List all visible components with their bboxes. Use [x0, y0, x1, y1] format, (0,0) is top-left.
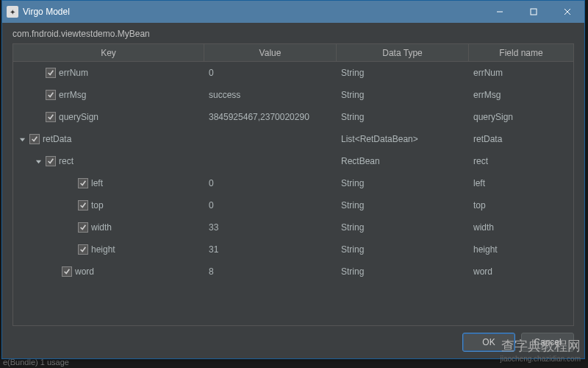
key-cell: errMsg — [13, 84, 204, 106]
field-cell[interactable]: left — [469, 178, 573, 188]
table-row[interactable]: retDataList<RetDataBean>retData — [13, 128, 573, 150]
dialog-footer: OK Cancel — [2, 326, 584, 358]
col-key[interactable]: Key — [13, 44, 204, 61]
field-cell[interactable]: rect — [469, 156, 573, 166]
field-cell[interactable]: width — [469, 222, 573, 233]
check-icon — [47, 91, 54, 99]
row-checkbox[interactable] — [78, 222, 88, 233]
col-value[interactable]: Value — [204, 44, 337, 61]
app-icon: ✦ — [7, 6, 18, 18]
row-checkbox[interactable] — [29, 134, 40, 144]
key-cell: rect — [13, 150, 204, 172]
titlebar[interactable]: ✦ Virgo Model — [2, 1, 584, 23]
indent-spacer — [18, 95, 31, 96]
expander-placeholder — [66, 227, 75, 228]
value-cell[interactable]: 8 — [204, 266, 337, 277]
table-header: Key Value Data Type Field name — [13, 44, 573, 62]
type-cell: String — [337, 200, 469, 210]
key-label: height — [91, 244, 115, 255]
svg-rect-0 — [531, 9, 537, 15]
field-cell[interactable]: top — [469, 200, 573, 210]
key-label: retData — [43, 134, 71, 144]
indent-spacer — [18, 183, 31, 184]
table-row[interactable]: width33Stringwidth — [13, 216, 573, 238]
value-cell[interactable]: 0 — [204, 68, 337, 78]
row-checkbox[interactable] — [78, 178, 88, 188]
field-cell[interactable]: errNum — [469, 68, 573, 78]
indent-spacer — [18, 272, 31, 272]
key-cell: querySign — [13, 106, 204, 128]
table-row[interactable]: top0Stringtop — [13, 194, 573, 216]
close-icon — [564, 8, 571, 15]
key-cell: errNum — [13, 62, 204, 84]
table-row[interactable]: height31Stringheight — [13, 238, 573, 261]
row-checkbox[interactable] — [46, 156, 56, 166]
row-checkbox[interactable] — [46, 112, 56, 122]
key-label: errMsg — [59, 90, 86, 100]
close-button[interactable] — [551, 1, 584, 23]
check-icon — [79, 180, 87, 187]
table-row[interactable]: rectRectBeanrect — [13, 150, 573, 172]
type-cell: String — [337, 90, 469, 100]
chevron-down-icon — [19, 136, 26, 143]
table-row[interactable]: left0Stringleft — [13, 172, 573, 194]
expander-placeholder — [34, 73, 43, 74]
value-cell[interactable]: 3845925467,2370020290 — [204, 112, 337, 122]
value-cell[interactable]: success — [204, 90, 337, 100]
type-cell: String — [337, 112, 469, 122]
check-icon — [79, 202, 87, 209]
key-label: word — [75, 266, 94, 277]
window-title: Virgo Model — [23, 7, 483, 17]
key-cell: retData — [13, 128, 204, 150]
field-cell[interactable]: height — [469, 244, 573, 255]
indent-spacer — [18, 205, 31, 206]
value-cell[interactable]: 33 — [204, 222, 337, 233]
col-field[interactable]: Field name — [469, 44, 573, 61]
type-cell: List<RetDataBean> — [337, 134, 469, 144]
field-cell[interactable]: querySign — [469, 112, 573, 122]
table-row[interactable]: querySign3845925467,2370020290Stringquer… — [13, 106, 573, 128]
key-label: width — [91, 222, 112, 233]
value-cell[interactable]: 0 — [204, 178, 337, 188]
expand-toggle[interactable] — [18, 135, 26, 144]
key-cell: top — [13, 194, 204, 216]
check-icon — [79, 224, 87, 231]
indent-spacer — [34, 205, 47, 206]
indent-spacer — [18, 161, 31, 162]
indent-spacer — [18, 250, 31, 250]
expander-placeholder — [66, 183, 75, 184]
type-cell: String — [337, 68, 469, 78]
check-icon — [63, 268, 71, 275]
cancel-button[interactable]: Cancel — [521, 333, 574, 352]
indent-spacer — [34, 272, 47, 272]
field-cell[interactable]: errMsg — [469, 90, 573, 100]
col-type[interactable]: Data Type — [337, 44, 469, 61]
row-checkbox[interactable] — [62, 266, 72, 277]
expander-placeholder — [66, 205, 75, 206]
indent-spacer — [34, 250, 47, 250]
type-cell: String — [337, 266, 469, 277]
row-checkbox[interactable] — [78, 200, 88, 210]
maximize-icon — [530, 8, 537, 15]
minimize-button[interactable] — [483, 1, 517, 23]
value-cell[interactable]: 31 — [204, 244, 337, 255]
maximize-button[interactable] — [517, 1, 551, 23]
ok-button[interactable]: OK — [462, 333, 515, 352]
indent-spacer — [50, 205, 63, 206]
field-cell[interactable]: retData — [469, 134, 573, 144]
row-checkbox[interactable] — [46, 90, 56, 100]
table-row[interactable]: errNum0StringerrNum — [13, 62, 573, 84]
row-checkbox[interactable] — [46, 68, 56, 78]
table-row[interactable]: errMsgsuccessStringerrMsg — [13, 84, 573, 106]
indent-spacer — [18, 117, 31, 118]
expand-toggle[interactable] — [34, 157, 43, 166]
field-cell[interactable]: word — [469, 266, 573, 277]
value-cell[interactable]: 0 — [204, 200, 337, 210]
key-label: top — [91, 200, 104, 210]
table-row[interactable]: word8Stringword — [13, 261, 573, 283]
check-icon — [47, 158, 54, 165]
row-checkbox[interactable] — [78, 244, 88, 255]
indent-spacer — [18, 227, 31, 228]
chevron-down-icon — [35, 158, 42, 165]
key-cell: height — [13, 238, 204, 261]
